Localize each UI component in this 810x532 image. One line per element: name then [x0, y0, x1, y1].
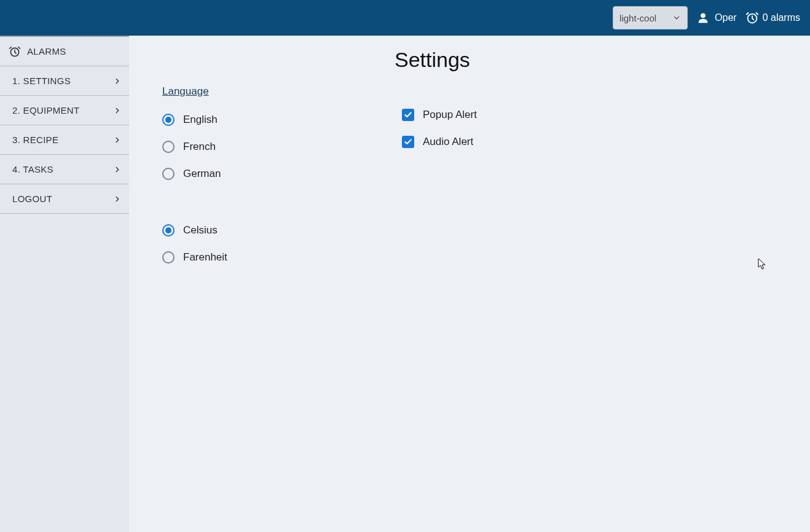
- radio-icon: [162, 251, 175, 264]
- alarms-count-label: 0 alarms: [763, 12, 800, 23]
- sidebar-item-label: 2. EQUIPMENT: [12, 105, 79, 115]
- radio-label: English: [183, 114, 218, 126]
- user-menu[interactable]: Oper: [696, 11, 737, 25]
- sidebar-item-label: LOGOUT: [12, 194, 52, 204]
- radio-temp-farenheit[interactable]: Farenheit: [162, 244, 310, 271]
- theme-select[interactable]: light-cool: [613, 6, 688, 29]
- radio-icon: [162, 114, 175, 126]
- theme-select-value: light-cool: [619, 13, 656, 23]
- radio-label: German: [183, 168, 221, 180]
- radio-label: Farenheit: [183, 251, 227, 264]
- username-label: Oper: [715, 12, 737, 23]
- sidebar-item-label: 3. RECIPE: [12, 135, 58, 145]
- sidebar-item-equipment[interactable]: 2. EQUIPMENT: [0, 96, 129, 125]
- checkbox-audio-alert[interactable]: Audio Alert: [402, 128, 477, 155]
- checkbox-icon: [402, 136, 414, 148]
- chevron-down-icon: [672, 14, 681, 22]
- language-heading: Language: [162, 85, 310, 98]
- sidebar-item-label: 1. SETTINGS: [12, 76, 71, 86]
- sidebar-item-tasks[interactable]: 4. TASKS: [0, 155, 129, 184]
- chevron-right-icon: [113, 77, 122, 85]
- sidebar-item-settings[interactable]: 1. SETTINGS: [0, 66, 129, 96]
- user-icon: [696, 11, 710, 25]
- alarms-indicator[interactable]: 0 alarms: [745, 11, 800, 25]
- chevron-right-icon: [113, 136, 122, 144]
- radio-label: French: [183, 141, 216, 153]
- chevron-right-icon: [113, 165, 122, 174]
- radio-icon: [162, 224, 175, 237]
- checkbox-popup-alert[interactable]: Popup Alert: [402, 101, 477, 128]
- sidebar-item-alarms[interactable]: ALARMS: [0, 37, 129, 66]
- sidebar-item-label: 4. TASKS: [12, 164, 53, 174]
- sidebar-item-logout[interactable]: LOGOUT: [0, 184, 129, 214]
- chevron-right-icon: [113, 195, 122, 203]
- alarm-clock-icon: [9, 45, 21, 58]
- page-title: Settings: [395, 48, 810, 72]
- alarm-clock-icon: [745, 11, 759, 25]
- sidebar: ALARMS 1. SETTINGS 2. EQUIPMENT 3. RECIP…: [0, 36, 129, 532]
- top-bar: light-cool Oper 0 alarms: [0, 0, 810, 36]
- radio-icon: [162, 141, 175, 153]
- radio-label: Celsius: [183, 224, 218, 237]
- radio-language-french[interactable]: French: [162, 133, 310, 160]
- radio-language-english[interactable]: English: [162, 106, 310, 133]
- chevron-right-icon: [113, 106, 122, 115]
- sidebar-item-label: ALARMS: [27, 46, 66, 57]
- checkbox-label: Popup Alert: [423, 109, 477, 121]
- checkbox-label: Audio Alert: [423, 136, 473, 148]
- radio-icon: [162, 168, 175, 180]
- radio-temp-celsius[interactable]: Celsius: [162, 217, 310, 244]
- main-content: Settings Language English French German: [129, 36, 810, 532]
- checkbox-icon: [402, 109, 414, 121]
- svg-point-0: [701, 13, 706, 18]
- radio-language-german[interactable]: German: [162, 160, 310, 187]
- sidebar-item-recipe[interactable]: 3. RECIPE: [0, 125, 129, 155]
